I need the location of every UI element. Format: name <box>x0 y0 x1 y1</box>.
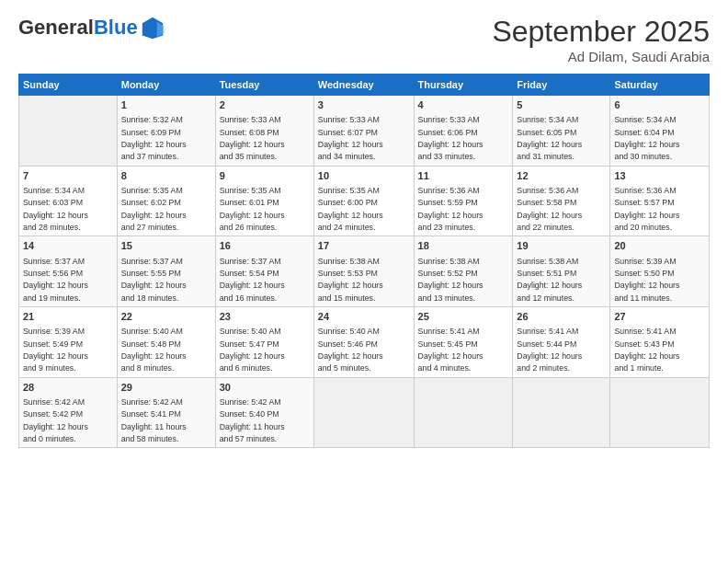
day-info: Sunrise: 5:38 AMSunset: 5:52 PMDaylight:… <box>418 257 483 303</box>
table-row: 24Sunrise: 5:40 AMSunset: 5:46 PMDayligh… <box>313 306 414 377</box>
day-info: Sunrise: 5:42 AMSunset: 5:41 PMDaylight:… <box>121 397 187 443</box>
day-number: 12 <box>517 169 606 183</box>
day-info: Sunrise: 5:39 AMSunset: 5:49 PMDaylight:… <box>23 327 88 373</box>
day-info: Sunrise: 5:34 AMSunset: 6:05 PMDaylight:… <box>517 115 582 161</box>
day-info: Sunrise: 5:38 AMSunset: 5:51 PMDaylight:… <box>517 257 582 303</box>
day-info: Sunrise: 5:33 AMSunset: 6:07 PMDaylight:… <box>318 115 383 161</box>
day-number: 22 <box>121 310 211 324</box>
header: GeneralBlue September 2025 Ad Dilam, Sau… <box>18 15 710 64</box>
day-info: Sunrise: 5:42 AMSunset: 5:40 PMDaylight:… <box>220 397 285 443</box>
day-info: Sunrise: 5:40 AMSunset: 5:46 PMDaylight:… <box>318 327 383 373</box>
day-number: 26 <box>517 310 606 324</box>
logo-general: GeneralBlue <box>18 16 138 40</box>
day-number: 14 <box>23 239 113 253</box>
month-title: September 2025 <box>492 15 710 49</box>
table-row: 26Sunrise: 5:41 AMSunset: 5:44 PMDayligh… <box>513 306 610 377</box>
day-number: 23 <box>220 310 310 324</box>
table-row: 21Sunrise: 5:39 AMSunset: 5:49 PMDayligh… <box>19 306 118 377</box>
day-info: Sunrise: 5:42 AMSunset: 5:42 PMDaylight:… <box>23 397 88 443</box>
day-info: Sunrise: 5:36 AMSunset: 5:58 PMDaylight:… <box>517 186 582 232</box>
col-saturday: Saturday <box>610 75 710 96</box>
day-number: 21 <box>23 310 113 324</box>
day-number: 29 <box>121 381 211 395</box>
table-row: 12Sunrise: 5:36 AMSunset: 5:58 PMDayligh… <box>513 166 610 236</box>
day-number: 2 <box>220 98 310 112</box>
table-row: 28Sunrise: 5:42 AMSunset: 5:42 PMDayligh… <box>19 377 118 448</box>
calendar-body: 1Sunrise: 5:32 AMSunset: 6:09 PMDaylight… <box>19 96 710 448</box>
table-row: 1Sunrise: 5:32 AMSunset: 6:09 PMDaylight… <box>117 96 215 167</box>
table-row: 8Sunrise: 5:35 AMSunset: 6:02 PMDaylight… <box>117 166 215 236</box>
col-wednesday: Wednesday <box>313 75 414 96</box>
day-info: Sunrise: 5:41 AMSunset: 5:45 PMDaylight:… <box>418 327 483 373</box>
day-number: 15 <box>121 239 211 253</box>
logo: GeneralBlue <box>18 15 165 40</box>
day-number: 25 <box>418 310 509 324</box>
day-number: 19 <box>517 239 606 253</box>
day-info: Sunrise: 5:41 AMSunset: 5:44 PMDaylight:… <box>517 327 582 373</box>
table-row: 3Sunrise: 5:33 AMSunset: 6:07 PMDaylight… <box>313 96 414 167</box>
table-row: 7Sunrise: 5:34 AMSunset: 6:03 PMDaylight… <box>19 166 118 236</box>
day-number: 10 <box>318 169 410 183</box>
day-number: 16 <box>220 239 310 253</box>
table-row: 18Sunrise: 5:38 AMSunset: 5:52 PMDayligh… <box>414 236 513 307</box>
day-number: 18 <box>418 239 509 253</box>
table-row: 22Sunrise: 5:40 AMSunset: 5:48 PMDayligh… <box>117 306 215 377</box>
day-number: 20 <box>614 239 705 253</box>
day-info: Sunrise: 5:35 AMSunset: 6:01 PMDaylight:… <box>220 186 285 232</box>
day-info: Sunrise: 5:34 AMSunset: 6:04 PMDaylight:… <box>614 115 679 161</box>
day-number: 17 <box>318 239 410 253</box>
col-thursday: Thursday <box>414 75 513 96</box>
table-row: 16Sunrise: 5:37 AMSunset: 5:54 PMDayligh… <box>215 236 313 307</box>
day-number: 3 <box>318 98 410 112</box>
day-number: 8 <box>121 169 211 183</box>
table-row: 20Sunrise: 5:39 AMSunset: 5:50 PMDayligh… <box>610 236 710 307</box>
col-monday: Monday <box>117 75 215 96</box>
title-block: September 2025 Ad Dilam, Saudi Arabia <box>492 15 710 64</box>
day-info: Sunrise: 5:40 AMSunset: 5:47 PMDaylight:… <box>220 327 285 373</box>
day-number: 7 <box>23 169 113 183</box>
table-row: 19Sunrise: 5:38 AMSunset: 5:51 PMDayligh… <box>513 236 610 307</box>
day-number: 4 <box>418 98 509 112</box>
table-row: 27Sunrise: 5:41 AMSunset: 5:43 PMDayligh… <box>610 306 710 377</box>
day-info: Sunrise: 5:35 AMSunset: 6:00 PMDaylight:… <box>318 186 383 232</box>
day-number: 5 <box>517 98 606 112</box>
table-row: 29Sunrise: 5:42 AMSunset: 5:41 PMDayligh… <box>117 377 215 448</box>
day-info: Sunrise: 5:41 AMSunset: 5:43 PMDaylight:… <box>614 327 679 373</box>
table-row: 25Sunrise: 5:41 AMSunset: 5:45 PMDayligh… <box>414 306 513 377</box>
day-info: Sunrise: 5:36 AMSunset: 5:59 PMDaylight:… <box>418 186 483 232</box>
day-number: 11 <box>418 169 509 183</box>
logo-icon <box>140 15 165 40</box>
table-row: 14Sunrise: 5:37 AMSunset: 5:56 PMDayligh… <box>19 236 118 307</box>
day-number: 6 <box>614 98 705 112</box>
day-info: Sunrise: 5:38 AMSunset: 5:53 PMDaylight:… <box>318 257 383 303</box>
col-sunday: Sunday <box>19 75 118 96</box>
day-info: Sunrise: 5:36 AMSunset: 5:57 PMDaylight:… <box>614 186 679 232</box>
table-row: 17Sunrise: 5:38 AMSunset: 5:53 PMDayligh… <box>313 236 414 307</box>
page-container: GeneralBlue September 2025 Ad Dilam, Sau… <box>0 0 728 457</box>
day-number: 13 <box>614 169 705 183</box>
day-info: Sunrise: 5:37 AMSunset: 5:56 PMDaylight:… <box>23 257 88 303</box>
table-row: 2Sunrise: 5:33 AMSunset: 6:08 PMDaylight… <box>215 96 313 167</box>
table-row: 11Sunrise: 5:36 AMSunset: 5:59 PMDayligh… <box>414 166 513 236</box>
day-info: Sunrise: 5:37 AMSunset: 5:55 PMDaylight:… <box>121 257 187 303</box>
calendar-header: Sunday Monday Tuesday Wednesday Thursday… <box>19 75 710 96</box>
day-info: Sunrise: 5:33 AMSunset: 6:06 PMDaylight:… <box>418 115 483 161</box>
table-row <box>313 377 414 448</box>
table-row <box>414 377 513 448</box>
day-info: Sunrise: 5:40 AMSunset: 5:48 PMDaylight:… <box>121 327 187 373</box>
day-info: Sunrise: 5:35 AMSunset: 6:02 PMDaylight:… <box>121 186 187 232</box>
table-row: 13Sunrise: 5:36 AMSunset: 5:57 PMDayligh… <box>610 166 710 236</box>
day-info: Sunrise: 5:33 AMSunset: 6:08 PMDaylight:… <box>220 115 285 161</box>
table-row <box>610 377 710 448</box>
calendar-table: Sunday Monday Tuesday Wednesday Thursday… <box>18 74 710 448</box>
day-info: Sunrise: 5:39 AMSunset: 5:50 PMDaylight:… <box>614 257 679 303</box>
col-tuesday: Tuesday <box>215 75 313 96</box>
day-info: Sunrise: 5:37 AMSunset: 5:54 PMDaylight:… <box>220 257 285 303</box>
table-row: 10Sunrise: 5:35 AMSunset: 6:00 PMDayligh… <box>313 166 414 236</box>
day-number: 1 <box>121 98 211 112</box>
table-row: 23Sunrise: 5:40 AMSunset: 5:47 PMDayligh… <box>215 306 313 377</box>
table-row: 30Sunrise: 5:42 AMSunset: 5:40 PMDayligh… <box>215 377 313 448</box>
table-row <box>19 96 118 167</box>
table-row: 9Sunrise: 5:35 AMSunset: 6:01 PMDaylight… <box>215 166 313 236</box>
table-row: 6Sunrise: 5:34 AMSunset: 6:04 PMDaylight… <box>610 96 710 167</box>
